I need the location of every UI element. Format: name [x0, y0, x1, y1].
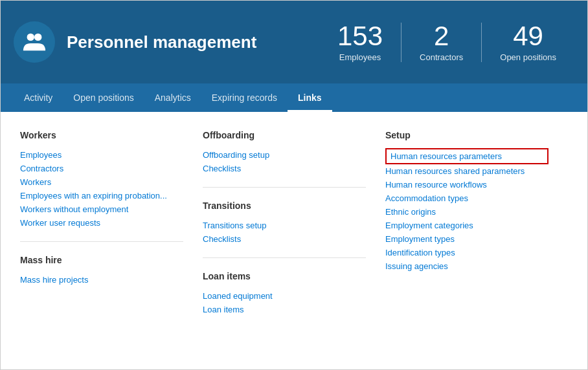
setup-section: Setup Human resources parameters Human r…	[385, 130, 568, 316]
workers-section: Workers Employees Contractors Workers Em…	[20, 130, 203, 316]
navigation: Activity Open positions Analytics Expiri…	[1, 83, 587, 112]
link-ethnic-origins[interactable]: Ethnic origins	[385, 205, 548, 219]
transitions-section: Transitions Transitions setup Checklists	[203, 201, 366, 246]
svg-point-1	[34, 34, 41, 41]
workers-section-title: Workers	[20, 130, 183, 140]
employees-count: 153	[337, 23, 383, 50]
link-loaned-equipment[interactable]: Loaned equipment	[203, 289, 366, 303]
app-frame: Personnel management 153 Employees 2 Con…	[0, 0, 588, 370]
divider-1	[20, 241, 183, 242]
mass-hire-title: Mass hire	[20, 255, 183, 265]
divider-2	[203, 187, 366, 188]
link-issuing-agencies[interactable]: Issuing agencies	[385, 259, 548, 273]
nav-links[interactable]: Links	[288, 83, 332, 112]
employees-label: Employees	[337, 52, 383, 62]
link-employment-categories[interactable]: Employment categories	[385, 219, 548, 232]
link-offboarding-checklists[interactable]: Checklists	[203, 162, 366, 175]
open-positions-label: Open positions	[500, 52, 556, 62]
link-identification-types[interactable]: Identification types	[385, 246, 548, 259]
link-transitions-setup[interactable]: Transitions setup	[203, 219, 366, 232]
mass-hire-section: Mass hire Mass hire projects	[20, 255, 183, 287]
offboarding-section-title: Offboarding	[203, 130, 366, 140]
contractors-label: Contractors	[420, 52, 463, 62]
contractors-stat[interactable]: 2 Contractors	[401, 23, 482, 62]
loan-items-title: Loan items	[203, 271, 366, 281]
link-contractors[interactable]: Contractors	[20, 162, 183, 175]
link-expiring-probation[interactable]: Employees with an expiring probation...	[20, 189, 183, 202]
link-workers-without-employment[interactable]: Workers without employment	[20, 202, 183, 216]
personnel-icon	[22, 30, 47, 54]
links-grid: Workers Employees Contractors Workers Em…	[20, 130, 568, 316]
page-title: Personnel management	[67, 32, 319, 52]
link-employees[interactable]: Employees	[20, 148, 183, 162]
app-icon	[14, 21, 55, 63]
link-hr-workflows[interactable]: Human resource workflows	[385, 178, 548, 191]
nav-activity[interactable]: Activity	[14, 83, 63, 112]
link-hr-parameters[interactable]: Human resources parameters	[385, 148, 548, 164]
link-transitions-checklists[interactable]: Checklists	[203, 232, 366, 246]
loan-items-section: Loan items Loaned equipment Loan items	[203, 271, 366, 316]
link-accommodation-types[interactable]: Accommodation types	[385, 191, 548, 205]
nav-open-positions[interactable]: Open positions	[63, 83, 144, 112]
header-stats: 153 Employees 2 Contractors 49 Open posi…	[319, 23, 574, 62]
link-workers[interactable]: Workers	[20, 175, 183, 189]
link-offboarding-setup[interactable]: Offboarding setup	[203, 148, 366, 162]
nav-analytics[interactable]: Analytics	[144, 83, 201, 112]
contractors-count: 2	[420, 23, 463, 50]
content-area: Workers Employees Contractors Workers Em…	[1, 112, 587, 369]
offboarding-section: Offboarding Offboarding setup Checklists…	[203, 130, 385, 316]
link-worker-user-requests[interactable]: Worker user requests	[20, 216, 183, 230]
link-employment-types[interactable]: Employment types	[385, 232, 548, 246]
link-loan-items[interactable]: Loan items	[203, 303, 366, 316]
employees-stat[interactable]: 153 Employees	[319, 23, 401, 62]
nav-expiring-records[interactable]: Expiring records	[201, 83, 288, 112]
link-mass-hire-projects[interactable]: Mass hire projects	[20, 273, 183, 287]
setup-section-title: Setup	[385, 130, 548, 140]
header: Personnel management 153 Employees 2 Con…	[1, 1, 587, 83]
open-positions-stat[interactable]: 49 Open positions	[482, 23, 574, 62]
svg-point-0	[27, 34, 34, 41]
link-hr-shared-parameters[interactable]: Human resources shared parameters	[385, 164, 548, 178]
open-positions-count: 49	[500, 23, 556, 50]
divider-3	[203, 257, 366, 258]
transitions-title: Transitions	[203, 201, 366, 211]
